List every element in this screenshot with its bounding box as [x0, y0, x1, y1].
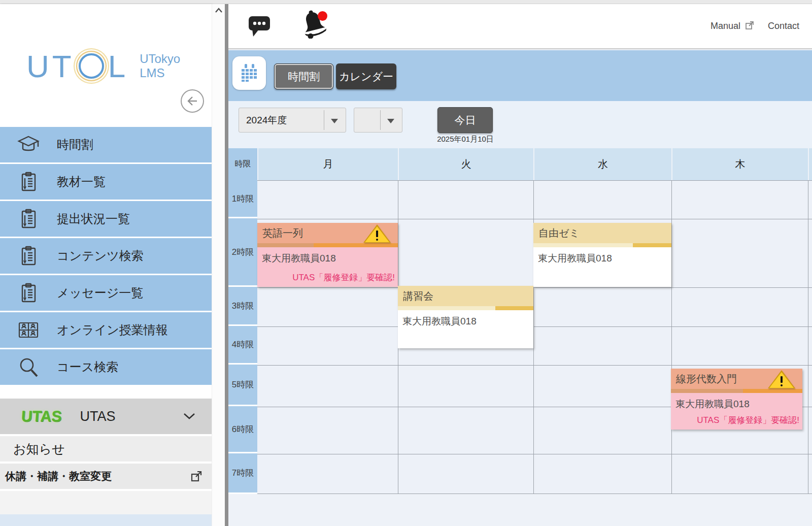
- course-title: 自由ゼミ: [538, 226, 580, 240]
- gridline: [257, 326, 812, 327]
- tab-timetable[interactable]: 時間割: [274, 63, 333, 89]
- period-label-7: 7時限: [228, 453, 257, 494]
- manual-link[interactable]: Manual: [710, 21, 740, 31]
- period-label-5: 5時限: [228, 365, 257, 406]
- tab-calendar[interactable]: カレンダー: [336, 63, 396, 89]
- gridline: [257, 287, 812, 288]
- course-card-header: 線形代数入門: [671, 369, 802, 389]
- gridline: [808, 181, 808, 494]
- clipboard-icon: [0, 245, 57, 267]
- sidebar-item-messages[interactable]: メッセージ一覧: [0, 275, 212, 311]
- scroll-up-arrow-icon[interactable]: [214, 5, 224, 15]
- course-instructor: 東大用教職員018: [398, 310, 533, 328]
- sidebar-item-label: コンテンツ検索: [57, 248, 144, 264]
- grid-corner-header: 時限: [228, 148, 257, 180]
- course-progress-strip: [533, 243, 671, 247]
- course-card-body: 東大用教職員018: [533, 247, 671, 287]
- year-select[interactable]: 2024年度: [239, 108, 346, 133]
- sidebar-empty-row: [0, 491, 212, 514]
- course-card-body: 東大用教職員018 UTAS「履修登録」要確認!: [671, 393, 802, 430]
- graduation-cap-icon: [0, 134, 57, 156]
- course-card-header: 自由ゼミ: [533, 223, 671, 243]
- timetable-grid: 時限 月 火 水 木 1時限 2時限 3時限 4時限 5時限 6時限 7時限 英…: [228, 148, 812, 494]
- chat-icon[interactable]: [248, 14, 271, 38]
- current-date-label: 2025年01月10日: [432, 135, 498, 144]
- course-card-seminar[interactable]: 自由ゼミ 東大用教職員018: [533, 223, 671, 287]
- sidebar-section-utas[interactable]: UTAS UTAS: [0, 399, 212, 435]
- external-link-icon: [745, 21, 754, 30]
- sidebar-menu: 時間割 教材一覧 提出状況一覧: [0, 127, 212, 386]
- course-instructor: 東大用教職員018: [257, 247, 398, 265]
- course-title: 英語一列: [262, 226, 303, 240]
- external-link-icon: [190, 470, 202, 482]
- sidebar-item-label: 時間割: [57, 137, 93, 153]
- period-label-1: 1時限: [228, 180, 257, 218]
- sidebar-item-notices[interactable]: お知らせ: [0, 436, 212, 463]
- sidebar-item-label: 提出状況一覧: [57, 211, 130, 227]
- sidebar-item-label: 教材一覧: [57, 174, 106, 190]
- warning-icon: [768, 370, 795, 388]
- course-warning-text: UTAS「履修登録」要確認!: [292, 272, 395, 283]
- sidebar-collapse-button[interactable]: [181, 89, 204, 113]
- utol-logo: UTL UTokyo LMS: [26, 41, 194, 91]
- course-card-english[interactable]: 英語一列 東大用教職員018 UTAS「履修登録」要確認!: [257, 223, 398, 287]
- gridline: [671, 181, 672, 494]
- sidebar-item-label: メッセージ一覧: [57, 285, 143, 301]
- notification-badge: [318, 11, 327, 21]
- sidebar-item-content-search[interactable]: コンテンツ検索: [0, 238, 212, 274]
- dropdown-separator: [324, 110, 324, 130]
- sidebar-item-submissions[interactable]: 提出状況一覧: [0, 201, 212, 237]
- term-select[interactable]: [354, 108, 402, 133]
- utas-label: UTAS: [80, 409, 115, 424]
- gridline: [257, 454, 812, 454]
- day-header-thursday: 木: [672, 148, 808, 180]
- period-label-3: 3時限: [228, 287, 257, 326]
- period-label-4: 4時限: [228, 326, 257, 365]
- day-header-wednesday: 水: [534, 148, 671, 180]
- calendar-view-button[interactable]: [232, 56, 266, 90]
- utol-logo-subtext: UTokyo LMS: [140, 52, 180, 80]
- sidebar-item-label: オンライン授業情報: [57, 322, 168, 338]
- gridline: [257, 219, 812, 219]
- sidebar-footer-strip: [0, 514, 212, 526]
- warning-icon: [363, 224, 391, 243]
- course-instructor: 東大用教職員018: [533, 247, 671, 265]
- dropdown-separator: [380, 110, 381, 130]
- contact-link[interactable]: Contact: [768, 21, 799, 31]
- top-window-strip: [0, 0, 812, 4]
- period-label-6: 6時限: [228, 406, 257, 453]
- year-select-value: 2024年度: [246, 114, 287, 127]
- course-instructor: 東大用教職員018: [671, 393, 802, 411]
- sidebar-item-timetable[interactable]: 時間割: [0, 127, 212, 162]
- course-card-linear-algebra[interactable]: 線形代数入門 東大用教職員018 UTAS「履修登録」要確認!: [671, 369, 802, 430]
- course-card-body: 東大用教職員018: [398, 310, 533, 348]
- class-changes-label: 休講・補講・教室変更: [5, 469, 112, 483]
- chevron-down-icon: [183, 413, 195, 420]
- sidebar-item-online-class[interactable]: オンライン授業情報: [0, 312, 212, 348]
- utas-logo: UTAS: [21, 408, 62, 425]
- course-card-workshop[interactable]: 講習会 東大用教職員018: [398, 286, 533, 348]
- panel-splitter[interactable]: [225, 4, 228, 526]
- day-header-friday-clipped: [809, 148, 812, 180]
- course-title: 講習会: [403, 289, 433, 303]
- notices-label: お知らせ: [13, 441, 65, 457]
- course-card-body: 東大用教職員018 UTAS「履修登録」要確認!: [257, 247, 398, 287]
- utol-logo-text: UTL: [26, 48, 128, 84]
- gridline: [257, 365, 812, 366]
- caret-down-icon: [387, 119, 394, 123]
- course-progress-strip: [671, 389, 802, 393]
- sidebar-scrollbar[interactable]: [212, 4, 225, 526]
- sidebar-item-materials[interactable]: 教材一覧: [0, 164, 212, 200]
- clipboard-icon: [0, 208, 57, 230]
- sidebar: UTL UTokyo LMS 時間割: [0, 4, 212, 526]
- clipboard-icon: [0, 282, 57, 304]
- caret-down-icon: [331, 119, 338, 123]
- sidebar-item-course-search[interactable]: コース検索: [0, 349, 212, 385]
- course-card-header: 講習会: [398, 286, 533, 306]
- today-button[interactable]: 今日: [437, 107, 493, 133]
- sidebar-item-class-changes[interactable]: 休講・補講・教室変更: [0, 464, 212, 490]
- course-card-header: 英語一列: [257, 223, 398, 243]
- logo-part1: UT: [26, 48, 75, 84]
- calendar-icon: [239, 63, 259, 83]
- search-icon: [0, 355, 57, 379]
